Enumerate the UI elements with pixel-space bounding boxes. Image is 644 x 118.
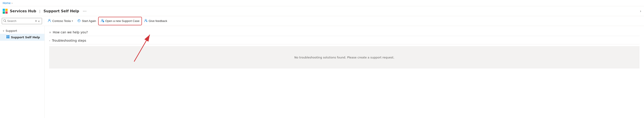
app-name: Services Hub (10, 9, 36, 13)
start-again-label: Start Again (82, 19, 96, 23)
troubleshooting-steps-section-header[interactable]: › Troubleshooting steps (49, 37, 640, 44)
page-title: Support Self Help (44, 9, 79, 13)
section1-label: How can we help you? (53, 31, 88, 34)
breadcrumb-home-link[interactable]: Home (3, 2, 10, 5)
section2-chevron-icon: › (49, 39, 50, 42)
svg-rect-3 (5, 12, 8, 14)
sidebar: ∨ Support Support Self Help (0, 26, 45, 118)
person-icon (48, 19, 51, 23)
dropdown-chevron-icon: ▾ (72, 20, 73, 22)
sidebar-group-chevron-icon: ∨ (3, 30, 4, 32)
open-support-case-button[interactable]: Open a new Support Case (99, 18, 141, 25)
title-bar: Services Hub | Support Self Help ··· › (0, 6, 644, 16)
sidebar-item-label: Support Self Help (11, 36, 40, 39)
toolbar-divider (44, 19, 44, 23)
search-collapse-button[interactable]: « (38, 19, 40, 23)
logo-container (3, 9, 8, 14)
services-hub-logo-icon (3, 9, 8, 14)
restart-icon (77, 19, 81, 23)
feedback-icon (144, 19, 148, 23)
main-layout: ∨ Support Support Self Help (0, 26, 644, 118)
grid-icon (6, 35, 10, 39)
svg-point-12 (145, 19, 146, 21)
svg-rect-2 (3, 12, 5, 14)
search-icon (3, 19, 6, 23)
collapse-icon: « (38, 19, 40, 23)
empty-state-area: No troubleshooting solutions found. Plea… (49, 46, 640, 68)
svg-point-8 (102, 19, 103, 21)
svg-rect-1 (5, 9, 8, 11)
sidebar-group-label: Support (6, 29, 17, 33)
give-feedback-button[interactable]: Give feedback (142, 18, 169, 25)
svg-rect-16 (8, 37, 10, 39)
section2-label: Troubleshooting steps (52, 39, 86, 42)
search-input[interactable] (7, 19, 34, 23)
search-clear-button[interactable]: ✕ (35, 20, 37, 23)
sidebar-group-header[interactable]: ∨ Support (0, 28, 44, 34)
title-ellipsis-button[interactable]: ··· (83, 9, 86, 14)
empty-state-text: No troubleshooting solutions found. Plea… (294, 56, 394, 59)
svg-rect-13 (6, 35, 8, 37)
svg-line-5 (5, 21, 6, 22)
open-case-label: Open a new Support Case (105, 19, 140, 23)
give-feedback-label: Give feedback (149, 19, 167, 23)
start-again-button[interactable]: Start Again (76, 18, 98, 25)
content-area: ∨ How can we help you? › Troubleshooting… (45, 26, 644, 118)
svg-rect-15 (6, 37, 8, 39)
svg-rect-14 (8, 35, 10, 37)
svg-rect-0 (3, 9, 5, 11)
search-container: ✕ « (2, 18, 42, 24)
breadcrumb-chevron-icon: › (12, 2, 12, 5)
support-case-icon (100, 19, 104, 23)
section1-chevron-icon: ∨ (49, 31, 51, 34)
close-icon: ✕ (35, 20, 37, 23)
breadcrumb: Home › (0, 0, 644, 6)
sidebar-group-support: ∨ Support Support Self Help (0, 28, 44, 41)
title-separator: | (39, 10, 40, 13)
how-can-we-help-section-header[interactable]: ∨ How can we help you? (49, 29, 640, 36)
contoso-tesla-label: Contoso Tesla (52, 19, 71, 23)
nav-chevron-right-icon[interactable]: › (640, 9, 641, 13)
svg-point-6 (49, 19, 50, 21)
sidebar-item-support-self-help[interactable]: Support Self Help (0, 34, 44, 41)
toolbar: ✕ « Contoso Tesla ▾ (0, 16, 644, 26)
contoso-tesla-button[interactable]: Contoso Tesla ▾ (46, 18, 75, 25)
